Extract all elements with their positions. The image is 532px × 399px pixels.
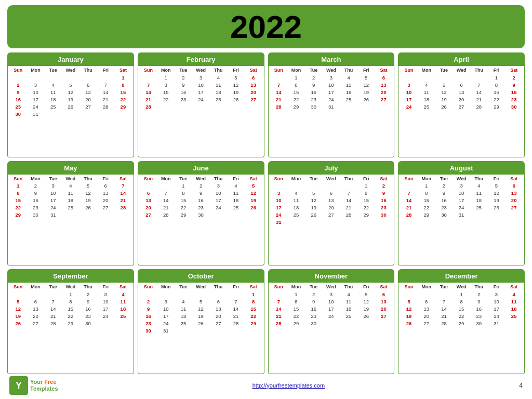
day-24: 24: [44, 204, 62, 211]
day-empty: [470, 211, 488, 219]
day-empty: [245, 327, 262, 334]
day-7: 7: [114, 182, 132, 190]
day-8: 8: [114, 81, 132, 88]
day-27: 27: [140, 211, 157, 219]
day-15: 15: [418, 197, 435, 204]
day-31: 31: [44, 211, 62, 219]
month-header-june: June: [138, 161, 264, 175]
day-empty: [323, 219, 340, 226]
month-header-september: September: [7, 269, 134, 283]
day-15: 15: [245, 305, 262, 312]
month-name: August: [450, 164, 473, 172]
day-18: 18: [470, 197, 488, 204]
day-28: 28: [270, 103, 288, 110]
footer-page: 4: [519, 382, 523, 389]
day-5: 5: [227, 74, 245, 81]
day-12: 12: [305, 197, 323, 204]
day-6: 6: [453, 81, 470, 88]
day-empty: [114, 320, 132, 327]
day-25: 25: [209, 96, 227, 103]
day-23: 23: [192, 204, 210, 211]
day-14: 14: [157, 197, 175, 204]
day-7: 7: [400, 190, 418, 197]
day-22: 22: [157, 96, 175, 103]
day-27: 27: [79, 103, 97, 110]
day-header-sat: Sat: [245, 176, 262, 182]
day-headers: SunMonTueWedThuFriSat: [400, 176, 523, 182]
day-empty: [209, 211, 227, 219]
day-header-thu: Thu: [340, 284, 357, 290]
day-16: 16: [192, 197, 210, 204]
day-1: 1: [488, 74, 506, 81]
month-name: March: [321, 56, 341, 63]
month-name: December: [445, 272, 478, 280]
day-header-mon: Mon: [418, 176, 435, 182]
day-empty: [245, 103, 262, 110]
days-grid: 1234567891011121314151617181920212223242…: [9, 182, 132, 219]
day-10: 10: [323, 298, 340, 305]
day-empty: [375, 219, 393, 226]
day-header-tue: Tue: [435, 176, 453, 182]
day-28: 28: [157, 211, 175, 219]
month-body: SunMonTueWedThuFriSat1234567891011121314…: [398, 66, 525, 157]
month-name: September: [53, 272, 88, 280]
day-empty: [488, 211, 506, 219]
day-header-mon: Mon: [27, 176, 45, 182]
day-20: 20: [375, 305, 393, 312]
day-header-wed: Wed: [62, 176, 79, 182]
day-header-sun: Sun: [400, 176, 418, 182]
day-16: 16: [27, 197, 45, 204]
day-11: 11: [44, 88, 62, 96]
day-21: 21: [157, 204, 175, 211]
day-21: 21: [435, 312, 453, 320]
day-empty: [140, 74, 157, 81]
day-20: 20: [97, 197, 114, 204]
day-header-sun: Sun: [9, 176, 27, 182]
day-21: 21: [140, 96, 157, 103]
day-1: 1: [157, 74, 175, 81]
day-15: 15: [114, 88, 132, 96]
day-4: 4: [44, 81, 62, 88]
day-24: 24: [97, 312, 114, 320]
day-23: 23: [9, 103, 27, 110]
day-header-mon: Mon: [157, 176, 175, 182]
day-header-mon: Mon: [27, 284, 45, 290]
day-2: 2: [175, 74, 192, 81]
day-28: 28: [470, 103, 488, 110]
day-14: 14: [400, 197, 418, 204]
day-3: 3: [488, 290, 506, 298]
day-empty: [435, 74, 453, 81]
footer-url[interactable]: http://yourfreetemplates.com: [252, 382, 325, 389]
day-27: 27: [97, 204, 114, 211]
day-empty: [209, 327, 227, 334]
day-19: 19: [435, 96, 453, 103]
month-name: October: [188, 272, 214, 280]
day-24: 24: [453, 204, 470, 211]
day-11: 11: [227, 190, 245, 197]
day-header-wed: Wed: [323, 284, 340, 290]
day-header-mon: Mon: [287, 67, 305, 73]
day-empty: [323, 320, 340, 327]
day-empty: [44, 290, 62, 298]
day-20: 20: [27, 312, 45, 320]
day-14: 14: [114, 190, 132, 197]
day-13: 13: [323, 197, 340, 204]
month-header-february: February: [138, 52, 264, 66]
day-empty: [357, 103, 375, 110]
day-empty: [192, 290, 210, 298]
month-name: February: [187, 56, 216, 63]
day-empty: [245, 211, 262, 219]
day-1: 1: [357, 182, 375, 190]
day-header-wed: Wed: [323, 67, 340, 73]
day-26: 26: [435, 103, 453, 110]
day-5: 5: [400, 298, 418, 305]
day-6: 6: [27, 298, 45, 305]
day-header-sat: Sat: [375, 284, 393, 290]
day-28: 28: [270, 320, 288, 327]
day-21: 21: [97, 96, 114, 103]
day-5: 5: [435, 81, 453, 88]
day-header-wed: Wed: [453, 284, 470, 290]
day-23: 23: [79, 312, 97, 320]
day-header-sat: Sat: [505, 176, 523, 182]
day-empty: [227, 327, 245, 334]
